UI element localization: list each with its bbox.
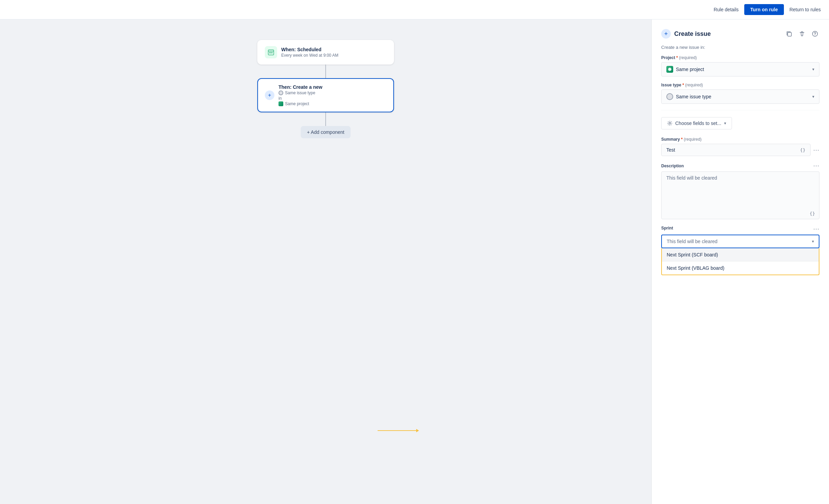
project-select[interactable]: Same project ▾ bbox=[661, 62, 819, 76]
trigger-content: When: Scheduled Every week on Wed at 9:0… bbox=[281, 47, 338, 58]
action-issue-type: Same issue type bbox=[278, 90, 322, 95]
summary-curly-button[interactable]: {} bbox=[800, 148, 805, 153]
description-placeholder: This field will be cleared bbox=[666, 175, 717, 181]
project-chevron-icon: ▾ bbox=[812, 67, 814, 72]
action-project-label: Same project bbox=[285, 101, 309, 106]
issue-type-mini-icon bbox=[278, 90, 283, 95]
sprint-placeholder: This field will be cleared bbox=[667, 239, 718, 244]
trigger-icon bbox=[265, 46, 277, 58]
svg-rect-2 bbox=[269, 52, 270, 53]
action-content: Then: Create a new Same issue type in Sa… bbox=[278, 84, 322, 106]
delete-icon-btn[interactable] bbox=[798, 29, 806, 38]
turn-on-rule-button[interactable]: Turn on rule bbox=[744, 4, 784, 15]
connector-2 bbox=[325, 112, 326, 126]
sprint-option-0[interactable]: Next Sprint (SCF board) bbox=[662, 248, 819, 261]
action-project: Same project bbox=[278, 101, 322, 106]
issue-type-select[interactable]: Same issue type ▾ bbox=[661, 89, 819, 104]
sprint-chevron-icon: ▾ bbox=[812, 239, 814, 244]
summary-label: Summary * (required) bbox=[661, 137, 702, 142]
trigger-title: When: Scheduled bbox=[281, 47, 338, 52]
description-field-header: Description ··· bbox=[661, 162, 819, 169]
summary-field-row: Summary * (required) Test {} ··· bbox=[661, 137, 819, 156]
sprint-section: Sprint ··· This field will be cleared ▾ … bbox=[661, 225, 819, 275]
sprint-dropdown[interactable]: This field will be cleared ▾ bbox=[661, 235, 819, 248]
sprint-label: Sprint bbox=[661, 226, 673, 230]
sprint-option-1-label: Next Sprint (VBLAG board) bbox=[667, 265, 724, 271]
panel-header: + Create issue bbox=[661, 29, 819, 39]
svg-rect-5 bbox=[788, 32, 791, 36]
svg-point-7 bbox=[815, 35, 815, 36]
panel-subtitle: Create a new issue in: bbox=[661, 45, 819, 50]
description-input[interactable]: This field will be cleared {} bbox=[661, 171, 819, 219]
description-more-button[interactable]: ··· bbox=[813, 162, 819, 169]
project-icon bbox=[666, 66, 673, 73]
sprint-options-list: Next Sprint (SCF board) Next Sprint (VBL… bbox=[661, 248, 819, 275]
svg-point-10 bbox=[669, 123, 671, 124]
issue-type-icon bbox=[666, 93, 673, 100]
divider-1 bbox=[661, 110, 819, 110]
action-node[interactable]: + Then: Create a new Same issue type in … bbox=[257, 78, 394, 112]
action-title: Then: Create a new bbox=[278, 84, 322, 90]
sprint-field-header: Sprint ··· bbox=[661, 225, 819, 233]
action-in-label: in bbox=[278, 96, 322, 101]
rule-details-link[interactable]: Rule details bbox=[714, 7, 738, 12]
arrow-line bbox=[378, 430, 419, 431]
sprint-option-1[interactable]: Next Sprint (VBLAG board) bbox=[662, 261, 819, 275]
canvas-area: When: Scheduled Every week on Wed at 9:0… bbox=[0, 19, 651, 504]
add-component-button[interactable]: + Add component bbox=[301, 126, 350, 138]
project-field-row: Project * (required) Same project ▾ bbox=[661, 55, 819, 76]
sprint-more-button[interactable]: ··· bbox=[813, 225, 819, 233]
svg-rect-4 bbox=[272, 52, 273, 53]
gear-icon bbox=[667, 121, 672, 126]
issue-type-field-row: Issue type * (required) Same issue type … bbox=[661, 83, 819, 104]
top-nav: Rule details Turn on rule Return to rule… bbox=[0, 0, 829, 19]
help-icon-btn[interactable] bbox=[811, 29, 819, 38]
summary-value: Test bbox=[666, 147, 675, 153]
description-label: Description bbox=[661, 164, 684, 168]
main-layout: When: Scheduled Every week on Wed at 9:0… bbox=[0, 19, 829, 504]
choose-fields-chevron: ▾ bbox=[724, 121, 726, 126]
trigger-subtitle: Every week on Wed at 9:00 AM bbox=[281, 53, 338, 58]
connector-1 bbox=[325, 65, 326, 78]
project-label: Project * (required) bbox=[661, 55, 819, 60]
choose-fields-button[interactable]: Choose fields to set... ▾ bbox=[661, 117, 732, 129]
summary-field-header: Summary * (required) bbox=[661, 137, 819, 142]
issue-type-chevron-icon: ▾ bbox=[812, 94, 814, 99]
action-issue-type-label: Same issue type bbox=[285, 90, 315, 95]
action-add-icon: + bbox=[265, 90, 274, 100]
sprint-arrow-indicator bbox=[378, 430, 470, 431]
project-select-inner: Same project bbox=[666, 66, 704, 73]
panel-header-actions bbox=[785, 29, 819, 38]
svg-rect-3 bbox=[271, 52, 272, 53]
summary-input[interactable]: Test {} bbox=[661, 144, 811, 156]
right-panel: + Create issue bbox=[651, 19, 829, 504]
panel-add-icon: + bbox=[661, 29, 671, 39]
issue-type-select-inner: Same issue type bbox=[666, 93, 711, 100]
svg-point-9 bbox=[669, 68, 671, 70]
description-field-row: Description ··· This field will be clear… bbox=[661, 162, 819, 219]
choose-fields-label: Choose fields to set... bbox=[675, 121, 721, 126]
sprint-option-0-label: Next Sprint (SCF board) bbox=[667, 252, 718, 257]
description-curly-button[interactable]: {} bbox=[810, 211, 815, 216]
summary-input-wrapper: Test {} ··· bbox=[661, 144, 819, 156]
in-text: in bbox=[278, 96, 282, 101]
return-to-rules-link[interactable]: Return to rules bbox=[789, 7, 821, 12]
issue-type-value: Same issue type bbox=[676, 94, 711, 99]
project-mini-icon bbox=[278, 101, 283, 106]
project-value: Same project bbox=[676, 67, 704, 72]
panel-header-left: + Create issue bbox=[661, 29, 711, 39]
panel-title: Create issue bbox=[674, 30, 711, 38]
summary-more-button[interactable]: ··· bbox=[813, 146, 819, 154]
copy-icon-btn[interactable] bbox=[785, 29, 793, 38]
issue-type-label: Issue type * (required) bbox=[661, 83, 819, 87]
trigger-node[interactable]: When: Scheduled Every week on Wed at 9:0… bbox=[257, 40, 394, 65]
